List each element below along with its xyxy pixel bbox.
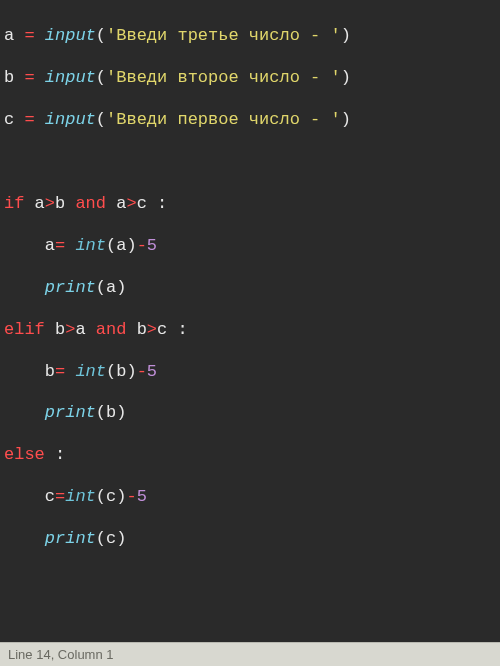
variable: a [116,236,126,255]
operator: = [55,487,65,506]
builtin-int: int [75,236,106,255]
paren: ( [96,487,106,506]
code-line: a = input('Введи третье число - ') [4,25,496,48]
variable: c [45,487,55,506]
variable: b [106,403,116,422]
code-line: b = input('Введи второе число - ') [4,67,496,90]
keyword: and [75,194,106,213]
function-call: input [45,26,96,45]
keyword: and [96,320,127,339]
variable: b [45,362,55,381]
paren: ) [341,26,351,45]
function-call: print [45,278,96,297]
indent [4,487,45,506]
variable: b [55,194,65,213]
paren: ( [96,26,106,45]
colon: : [45,445,65,464]
variable: a [116,194,126,213]
indent [4,403,45,422]
variable: a [4,26,14,45]
operator: > [126,194,136,213]
code-line: print(a) [4,277,496,300]
code-line: b= int(b)-5 [4,361,496,384]
variable: b [55,320,65,339]
status-bar: Line 14, Column 1 [0,642,500,666]
paren: ) [116,487,126,506]
operator: = [24,26,34,45]
variable: b [137,320,147,339]
builtin-int: int [75,362,106,381]
code-line: c=int(c)-5 [4,486,496,509]
operator: = [24,68,34,87]
paren: ( [96,403,106,422]
string-literal: 'Введи третье число - ' [106,26,341,45]
variable: a [35,194,45,213]
code-editor[interactable]: a = input('Введи третье число - ') b = i… [0,0,500,642]
operator: > [65,320,75,339]
paren: ) [126,362,136,381]
keyword: elif [4,320,45,339]
variable: c [157,320,167,339]
paren: ) [116,403,126,422]
indent [4,236,45,255]
paren: ( [96,529,106,548]
space [65,236,75,255]
code-line: a= int(a)-5 [4,235,496,258]
paren: ( [96,278,106,297]
paren: ( [106,236,116,255]
paren: ( [106,362,116,381]
paren: ) [126,236,136,255]
variable: c [106,487,116,506]
function-call: print [45,403,96,422]
colon: : [147,194,167,213]
paren: ) [116,278,126,297]
indent [4,278,45,297]
code-line: elif b>a and b>c : [4,319,496,342]
paren: ( [96,110,106,129]
paren: ) [341,110,351,129]
function-call: print [45,529,96,548]
keyword: if [4,194,24,213]
string-literal: 'Введи второе число - ' [106,68,341,87]
paren: ( [96,68,106,87]
builtin-int: int [65,487,96,506]
variable: b [4,68,14,87]
variable: b [116,362,126,381]
operator: = [55,236,65,255]
operator: - [137,236,147,255]
code-line: print(b) [4,402,496,425]
operator: > [45,194,55,213]
operator: > [147,320,157,339]
operator: - [126,487,136,506]
space [65,362,75,381]
indent [4,362,45,381]
indent [4,529,45,548]
operator: - [137,362,147,381]
operator: = [24,110,34,129]
code-line: c = input('Введи первое число - ') [4,109,496,132]
number: 5 [147,236,157,255]
cursor-position: Line 14, Column 1 [8,647,114,662]
variable: a [45,236,55,255]
paren: ) [341,68,351,87]
paren: ) [116,529,126,548]
number: 5 [147,362,157,381]
variable: c [4,110,14,129]
code-line: print(c) [4,528,496,551]
code-line: else : [4,444,496,467]
variable: a [106,278,116,297]
keyword: else [4,445,45,464]
code-line: if a>b and a>c : [4,193,496,216]
number: 5 [137,487,147,506]
blank-line [4,151,496,174]
function-call: input [45,110,96,129]
colon: : [167,320,187,339]
string-literal: 'Введи первое число - ' [106,110,341,129]
variable: a [75,320,85,339]
variable: c [137,194,147,213]
operator: = [55,362,65,381]
variable: c [106,529,116,548]
function-call: input [45,68,96,87]
